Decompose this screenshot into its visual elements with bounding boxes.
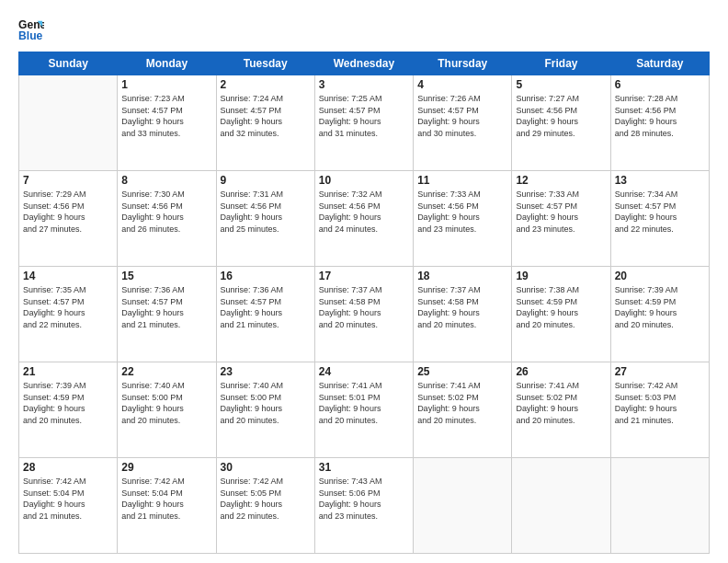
calendar-week-1: 1Sunrise: 7:23 AM Sunset: 4:57 PM Daylig…: [19, 75, 710, 171]
day-number: 1: [121, 78, 211, 91]
calendar-week-4: 21Sunrise: 7:39 AM Sunset: 4:59 PM Dayli…: [19, 362, 710, 458]
calendar-cell: 18Sunrise: 7:37 AM Sunset: 4:58 PM Dayli…: [414, 267, 512, 362]
calendar-cell: 30Sunrise: 7:42 AM Sunset: 5:05 PM Dayli…: [216, 458, 314, 554]
logo: General Blue: [18, 17, 50, 42]
day-number: 6: [615, 78, 705, 91]
day-info: Sunrise: 7:25 AM Sunset: 4:57 PM Dayligh…: [319, 93, 409, 139]
calendar-cell: 14Sunrise: 7:35 AM Sunset: 4:57 PM Dayli…: [19, 267, 118, 362]
day-info: Sunrise: 7:34 AM Sunset: 4:57 PM Dayligh…: [615, 189, 705, 235]
calendar-week-2: 7Sunrise: 7:29 AM Sunset: 4:56 PM Daylig…: [19, 171, 710, 267]
day-number: 30: [221, 461, 311, 474]
calendar-cell: [414, 458, 512, 554]
calendar-cell: 16Sunrise: 7:36 AM Sunset: 4:57 PM Dayli…: [216, 267, 314, 362]
calendar-cell: 2Sunrise: 7:24 AM Sunset: 4:57 PM Daylig…: [216, 75, 314, 171]
day-info: Sunrise: 7:33 AM Sunset: 4:56 PM Dayligh…: [417, 189, 507, 235]
day-info: Sunrise: 7:42 AM Sunset: 5:03 PM Dayligh…: [615, 380, 705, 426]
day-info: Sunrise: 7:36 AM Sunset: 4:57 PM Dayligh…: [121, 284, 211, 330]
calendar-cell: 17Sunrise: 7:37 AM Sunset: 4:58 PM Dayli…: [314, 267, 413, 362]
calendar-cell: 9Sunrise: 7:31 AM Sunset: 4:56 PM Daylig…: [216, 171, 314, 267]
day-header-wednesday: Wednesday: [314, 52, 413, 75]
day-info: Sunrise: 7:42 AM Sunset: 5:04 PM Dayligh…: [121, 476, 211, 522]
day-info: Sunrise: 7:23 AM Sunset: 4:57 PM Dayligh…: [121, 93, 211, 139]
day-number: 15: [121, 270, 211, 282]
day-number: 16: [221, 270, 311, 282]
day-number: 22: [121, 365, 211, 378]
day-header-saturday: Saturday: [610, 52, 709, 75]
day-info: Sunrise: 7:39 AM Sunset: 4:59 PM Dayligh…: [23, 380, 113, 426]
day-number: 2: [221, 78, 311, 91]
day-number: 11: [417, 174, 507, 187]
calendar-cell: [19, 75, 118, 171]
day-info: Sunrise: 7:36 AM Sunset: 4:57 PM Dayligh…: [221, 284, 311, 330]
day-info: Sunrise: 7:40 AM Sunset: 5:00 PM Dayligh…: [121, 380, 211, 426]
calendar-week-5: 28Sunrise: 7:42 AM Sunset: 5:04 PM Dayli…: [19, 458, 710, 554]
day-header-sunday: Sunday: [19, 52, 118, 75]
day-info: Sunrise: 7:31 AM Sunset: 4:56 PM Dayligh…: [221, 189, 311, 235]
day-number: 28: [23, 461, 113, 474]
day-info: Sunrise: 7:41 AM Sunset: 5:01 PM Dayligh…: [319, 380, 409, 426]
day-info: Sunrise: 7:37 AM Sunset: 4:58 PM Dayligh…: [319, 284, 409, 330]
calendar-cell: 23Sunrise: 7:40 AM Sunset: 5:00 PM Dayli…: [216, 362, 314, 458]
day-number: 19: [516, 270, 606, 282]
day-info: Sunrise: 7:27 AM Sunset: 4:56 PM Dayligh…: [516, 93, 606, 139]
day-number: 26: [516, 365, 606, 378]
day-info: Sunrise: 7:30 AM Sunset: 4:56 PM Dayligh…: [121, 189, 211, 235]
day-number: 12: [516, 174, 606, 187]
calendar-cell: 22Sunrise: 7:40 AM Sunset: 5:00 PM Dayli…: [118, 362, 216, 458]
day-info: Sunrise: 7:43 AM Sunset: 5:06 PM Dayligh…: [319, 476, 409, 522]
page: General Blue SundayMondayTuesdayWednesda…: [0, 0, 728, 563]
calendar-cell: 26Sunrise: 7:41 AM Sunset: 5:02 PM Dayli…: [512, 362, 610, 458]
day-info: Sunrise: 7:32 AM Sunset: 4:56 PM Dayligh…: [319, 189, 409, 235]
day-number: 21: [23, 365, 113, 378]
day-header-friday: Friday: [512, 52, 610, 75]
calendar-cell: [610, 458, 709, 554]
calendar-cell: 1Sunrise: 7:23 AM Sunset: 4:57 PM Daylig…: [118, 75, 216, 171]
day-number: 23: [221, 365, 311, 378]
day-info: Sunrise: 7:37 AM Sunset: 4:58 PM Dayligh…: [417, 284, 507, 330]
day-info: Sunrise: 7:28 AM Sunset: 4:56 PM Dayligh…: [615, 93, 705, 139]
calendar-cell: 21Sunrise: 7:39 AM Sunset: 4:59 PM Dayli…: [19, 362, 118, 458]
calendar-cell: 27Sunrise: 7:42 AM Sunset: 5:03 PM Dayli…: [610, 362, 709, 458]
day-info: Sunrise: 7:26 AM Sunset: 4:57 PM Dayligh…: [417, 93, 507, 139]
day-info: Sunrise: 7:33 AM Sunset: 4:57 PM Dayligh…: [516, 189, 606, 235]
calendar-cell: 3Sunrise: 7:25 AM Sunset: 4:57 PM Daylig…: [314, 75, 413, 171]
calendar-header-row: SundayMondayTuesdayWednesdayThursdayFrid…: [19, 52, 710, 75]
day-number: 31: [319, 461, 409, 474]
day-number: 13: [615, 174, 705, 187]
calendar-cell: [512, 458, 610, 554]
day-number: 17: [319, 270, 409, 282]
day-number: 27: [615, 365, 705, 378]
day-info: Sunrise: 7:41 AM Sunset: 5:02 PM Dayligh…: [417, 380, 507, 426]
calendar-cell: 11Sunrise: 7:33 AM Sunset: 4:56 PM Dayli…: [414, 171, 512, 267]
calendar-week-3: 14Sunrise: 7:35 AM Sunset: 4:57 PM Dayli…: [19, 267, 710, 362]
calendar-cell: 7Sunrise: 7:29 AM Sunset: 4:56 PM Daylig…: [19, 171, 118, 267]
calendar-cell: 20Sunrise: 7:39 AM Sunset: 4:59 PM Dayli…: [610, 267, 709, 362]
calendar-cell: 5Sunrise: 7:27 AM Sunset: 4:56 PM Daylig…: [512, 75, 610, 171]
calendar-table: SundayMondayTuesdayWednesdayThursdayFrid…: [18, 52, 710, 554]
day-info: Sunrise: 7:35 AM Sunset: 4:57 PM Dayligh…: [23, 284, 113, 330]
day-info: Sunrise: 7:40 AM Sunset: 5:00 PM Dayligh…: [221, 380, 311, 426]
calendar-cell: 13Sunrise: 7:34 AM Sunset: 4:57 PM Dayli…: [610, 171, 709, 267]
day-number: 29: [121, 461, 211, 474]
logo-icon: General Blue: [18, 17, 44, 42]
calendar-cell: 8Sunrise: 7:30 AM Sunset: 4:56 PM Daylig…: [118, 171, 216, 267]
calendar-cell: 4Sunrise: 7:26 AM Sunset: 4:57 PM Daylig…: [414, 75, 512, 171]
day-number: 9: [221, 174, 311, 187]
day-info: Sunrise: 7:39 AM Sunset: 4:59 PM Dayligh…: [615, 284, 705, 330]
day-info: Sunrise: 7:42 AM Sunset: 5:05 PM Dayligh…: [221, 476, 311, 522]
calendar-cell: 6Sunrise: 7:28 AM Sunset: 4:56 PM Daylig…: [610, 75, 709, 171]
header: General Blue: [18, 17, 710, 42]
day-info: Sunrise: 7:29 AM Sunset: 4:56 PM Dayligh…: [23, 189, 113, 235]
day-header-thursday: Thursday: [414, 52, 512, 75]
day-header-monday: Monday: [118, 52, 216, 75]
calendar-cell: 24Sunrise: 7:41 AM Sunset: 5:01 PM Dayli…: [314, 362, 413, 458]
calendar-cell: 19Sunrise: 7:38 AM Sunset: 4:59 PM Dayli…: [512, 267, 610, 362]
day-number: 25: [417, 365, 507, 378]
calendar-cell: 15Sunrise: 7:36 AM Sunset: 4:57 PM Dayli…: [118, 267, 216, 362]
day-number: 7: [23, 174, 113, 187]
day-number: 24: [319, 365, 409, 378]
day-info: Sunrise: 7:24 AM Sunset: 4:57 PM Dayligh…: [221, 93, 311, 139]
day-number: 14: [23, 270, 113, 282]
day-number: 4: [417, 78, 507, 91]
day-header-tuesday: Tuesday: [216, 52, 314, 75]
